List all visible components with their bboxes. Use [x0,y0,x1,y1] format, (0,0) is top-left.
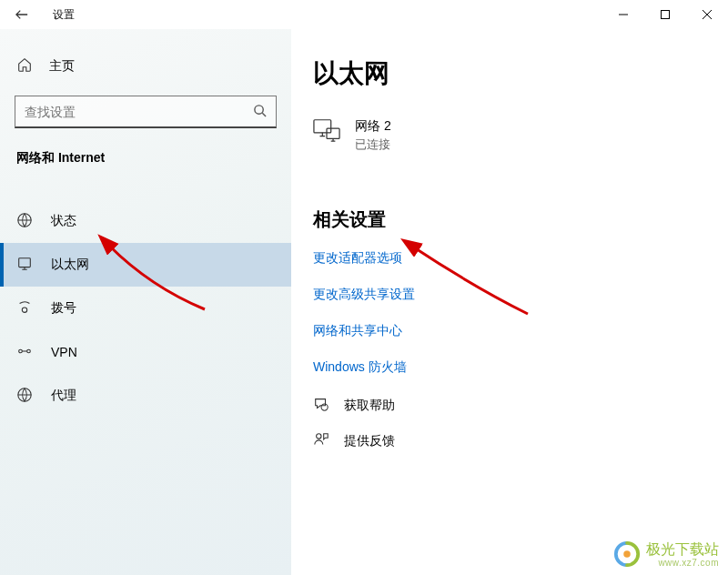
back-button[interactable] [7,0,36,29]
dialup-icon [16,299,33,318]
proxy-icon [16,387,33,406]
get-help-label: 获取帮助 [344,398,395,414]
home-icon [16,56,33,76]
network-name: 网络 2 [355,118,391,135]
close-button[interactable] [686,0,728,29]
link-adapter-options[interactable]: 更改适配器选项 [313,250,728,267]
window-controls [602,0,728,29]
titlebar: 设置 [0,0,728,29]
sidebar-item-proxy[interactable]: 代理 [0,374,291,418]
svg-rect-0 [662,11,670,19]
svg-point-1 [255,105,263,113]
svg-point-5 [19,349,23,353]
svg-point-4 [22,308,26,312]
svg-rect-8 [314,120,331,133]
maximize-button[interactable] [644,0,686,29]
link-advanced-sharing[interactable]: 更改高级共享设置 [313,287,728,303]
help-icon [313,396,329,415]
watermark: 极光下载站 www.xz7.com [613,540,719,568]
sidebar-item-ethernet[interactable]: 以太网 [0,243,291,287]
status-icon [16,212,33,231]
search-input[interactable] [25,105,253,119]
vpn-icon [16,343,33,362]
svg-point-12 [623,550,631,558]
svg-rect-3 [19,257,31,267]
svg-point-11 [317,434,321,439]
get-help[interactable]: 获取帮助 [313,396,728,415]
sidebar-item-label: 代理 [51,388,76,404]
sidebar-item-label: 以太网 [51,257,89,273]
network-status: 已连接 [355,136,391,153]
sidebar-item-label: 拨号 [51,300,76,317]
home-button[interactable]: 主页 [0,47,291,85]
give-feedback[interactable]: 提供反馈 [313,431,728,450]
minimize-button[interactable] [602,0,644,29]
network-icon [313,118,340,145]
sidebar-item-label: 状态 [51,213,76,229]
feedback-icon [313,431,329,450]
watermark-url: www.xz7.com [646,558,719,568]
svg-point-6 [27,349,31,353]
sidebar-section-title: 网络和 Internet [0,145,291,176]
watermark-text: 极光下载站 [646,541,719,557]
sidebar-nav: 状态 以太网 拨号 VPN 代理 [0,199,291,418]
svg-point-10 [321,404,328,410]
sidebar-item-vpn[interactable]: VPN [0,330,291,374]
window-title: 设置 [53,7,75,23]
link-network-center[interactable]: 网络和共享中心 [313,323,728,339]
related-heading: 相关设置 [313,207,728,232]
sidebar-item-label: VPN [51,345,77,359]
watermark-logo [613,540,641,568]
search-box[interactable] [15,96,277,128]
search-icon [253,104,267,120]
ethernet-icon [16,256,33,275]
home-label: 主页 [49,58,75,75]
sidebar: 主页 网络和 Internet 状态 以太网 拨号 [0,29,291,575]
link-windows-firewall[interactable]: Windows 防火墙 [313,359,728,376]
sidebar-item-status[interactable]: 状态 [0,199,291,243]
main-content: 以太网 网络 2 已连接 相关设置 更改适配器选项 更改高级共享设置 网络和共享… [291,29,728,575]
network-entry[interactable]: 网络 2 已连接 [313,118,728,153]
svg-rect-9 [327,128,339,138]
page-title: 以太网 [313,56,728,91]
give-feedback-label: 提供反馈 [344,433,395,449]
sidebar-item-dialup[interactable]: 拨号 [0,287,291,330]
